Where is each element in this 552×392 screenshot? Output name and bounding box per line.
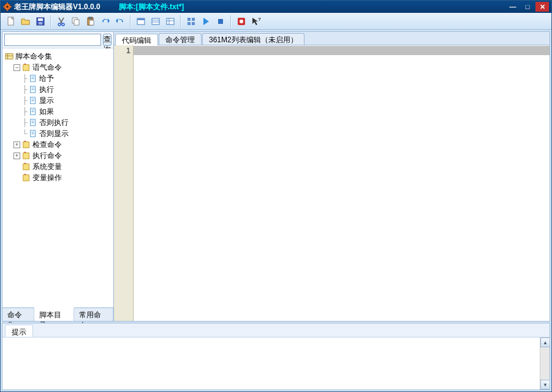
separator [180,15,181,28]
svg-rect-18 [137,18,145,20]
record-icon [236,17,246,26]
expand-icon[interactable]: + [13,153,20,159]
stop-button[interactable] [214,15,227,28]
tab-script-dir[interactable]: 脚本目录 [34,307,74,321]
undo-button[interactable] [113,15,127,28]
svg-rect-2 [7,2,8,4]
paste-button[interactable] [84,15,97,28]
folder-icon [22,151,31,160]
tree-label: 检查命令 [32,140,62,150]
close-button[interactable]: ✕ [535,2,549,12]
doc-icon [29,85,37,94]
expand-icon[interactable]: + [13,141,20,148]
toolbar: ? [1,13,551,30]
collapse-icon[interactable]: − [13,64,20,71]
tree-label: 执行 [39,85,54,95]
main-area: 查询 脚本命令集 − 语气命令 ├ 给 [1,30,551,391]
folder-icon [22,140,31,149]
save-icon [36,17,45,26]
scroll-down-icon[interactable]: ▼ [540,380,550,390]
tree-item[interactable]: ├ 执行 [4,84,112,95]
copy-button[interactable] [69,15,83,28]
new-file-button[interactable] [4,15,18,28]
tree-line: └ [22,129,28,138]
minimize-button[interactable]: — [506,2,520,12]
svg-rect-63 [23,175,29,181]
svg-rect-37 [23,65,29,71]
svg-rect-45 [31,99,34,99]
search-input[interactable] [4,34,101,46]
left-tabs: 命令集 脚本目录 常用命令 [2,307,113,321]
record-button[interactable] [235,15,248,28]
help-cursor-button[interactable]: ? [249,15,263,28]
tree-label: 否则显示 [39,129,69,139]
svg-rect-19 [152,18,159,24]
cut-button[interactable] [55,15,68,28]
svg-rect-26 [192,18,195,21]
scrollbar[interactable]: ▲ ▼ [540,337,550,390]
left-panel: 查询 脚本命令集 − 语气命令 ├ 给 [2,32,114,321]
tree-line: ├ [22,118,28,127]
svg-rect-61 [23,164,29,170]
separator [130,15,131,28]
view-window-button[interactable] [134,15,148,28]
doc-icon [29,118,37,127]
tree-item[interactable]: ├ 给予 [4,73,112,84]
separator [230,15,232,28]
svg-rect-49 [31,111,34,112]
tree-root[interactable]: 脚本命令集 [4,51,112,62]
help-cursor-icon: ? [251,17,261,26]
tab-code-edit[interactable]: 代码编辑 [115,34,158,45]
tab-cmd-manage[interactable]: 命令管理 [159,33,202,45]
svg-rect-15 [89,17,92,19]
tree-group[interactable]: + 检查命令 [4,139,112,150]
svg-rect-25 [187,18,191,21]
hint-body[interactable]: ▲ ▼ [2,337,550,390]
view-detail-button[interactable] [164,15,177,28]
scroll-up-icon[interactable]: ▲ [540,337,550,347]
search-button[interactable]: 查询 [103,34,112,46]
right-panel: 代码编辑 命令管理 361M2列表编辑（未启用） 1 [114,32,550,321]
tree-item[interactable]: ├ 否则执行 [4,117,112,128]
svg-rect-40 [31,78,34,79]
code-area[interactable] [134,45,550,321]
play-button[interactable] [199,15,213,28]
line-gutter: 1 [114,45,134,321]
tab-commands[interactable]: 命令集 [2,308,34,321]
redo-button[interactable] [99,15,112,28]
open-file-button[interactable] [19,15,32,28]
svg-rect-5 [10,6,12,7]
maximize-button[interactable]: □ [521,2,534,12]
current-line-highlight [134,46,550,55]
tree-item[interactable]: ├ 显示 [4,95,112,106]
tree-label: 如果 [39,107,54,117]
tree-line: ├ [22,85,28,94]
tab-common-cmd[interactable]: 常用命令 [74,308,113,321]
save-button[interactable] [34,15,47,28]
svg-rect-57 [23,142,29,148]
doc-icon [29,96,37,105]
svg-rect-46 [31,100,34,101]
tree-line: ├ [22,74,28,83]
tree-group[interactable]: + 执行命令 [4,150,112,161]
svg-rect-8 [38,18,43,21]
tree-item[interactable]: ├ 如果 [4,106,112,117]
svg-rect-43 [31,89,34,90]
tree-group[interactable]: − 语气命令 [4,62,112,73]
tree-item[interactable]: └ 否则显示 [4,128,112,139]
tree-item[interactable]: 变量操作 [4,172,112,183]
tree-item[interactable]: 系统变量 [4,161,112,172]
titlebar[interactable]: 老王牌脚本编辑器V1.0.0.0 脚本:[脚本文件.txt*] — □ ✕ [1,1,551,13]
view-grid-button[interactable] [184,15,198,28]
tab-hint[interactable]: 提示 [5,325,33,337]
view-list-button[interactable] [149,15,162,28]
tab-m2-list[interactable]: 361M2列表编辑（未启用） [202,33,304,45]
tree-label: 变量操作 [32,173,62,183]
window-controls: — □ ✕ [506,2,549,12]
paste-icon [86,17,96,26]
tree-label: 执行命令 [32,151,62,161]
doc-icon [29,74,37,83]
command-tree[interactable]: 脚本命令集 − 语气命令 ├ 给予 ├ 执行 [2,48,113,307]
undo-icon [115,17,125,26]
svg-rect-33 [6,54,13,59]
